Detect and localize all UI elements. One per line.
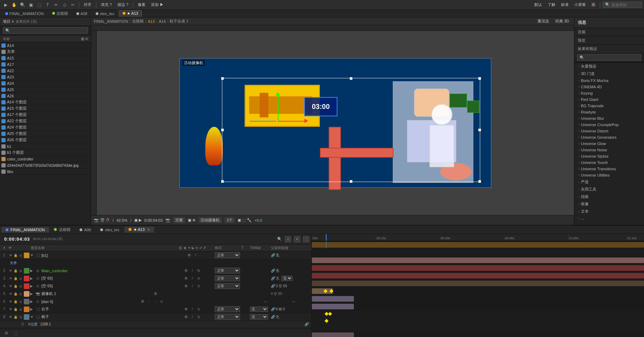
project-item-a24[interactable]: A24 [0, 80, 91, 87]
effect-universe-generators[interactable]: › Universe Generators [574, 134, 644, 140]
tl-layer-7[interactable]: 7 👁 🔒 ◎ ▶ ⬚ 右手 单 / ⊙ [0, 305, 311, 313]
rerender-btn[interactable]: 重渲染 [535, 18, 551, 25]
layer6-sw1[interactable]: 单 [140, 299, 145, 304]
tool-camera-rot[interactable]: ⬚ [36, 1, 43, 8]
layer1-expand[interactable]: ▼ [30, 253, 35, 257]
layer3-parent-select[interactable]: 无 [281, 276, 293, 281]
view3d-select[interactable]: 1个 [225, 217, 235, 223]
layer7-mode[interactable]: 正常 [213, 306, 241, 312]
effect-red-giant[interactable]: › Red Giant [574, 96, 644, 103]
effect-keying[interactable]: › Keying [574, 90, 644, 96]
effect-utility[interactable]: › 实用工具 [574, 186, 644, 193]
project-item-a23[interactable]: A23 [0, 74, 91, 80]
layer8-sw2[interactable]: / [190, 314, 195, 320]
tool-rect[interactable]: ▣ [27, 1, 34, 8]
layer7-vis[interactable]: 👁 [8, 307, 13, 311]
layer1-vis[interactable]: 👁 [8, 253, 13, 257]
breadcrumb-a13[interactable]: A13 [148, 19, 155, 23]
tl-layer-3[interactable]: 3 👁 🔒 ◎ ▶ □ [空 65] 单 / ⊙ [0, 275, 311, 282]
layer5-sw1[interactable]: 单 [153, 291, 158, 297]
layer4-name[interactable]: [空 65] [41, 283, 171, 289]
layer4-shy[interactable]: ◎ [18, 284, 23, 288]
layer7-name[interactable]: 右手 [41, 307, 171, 312]
kf-prop-y-1[interactable] [324, 319, 328, 323]
tl-layer-5[interactable]: 5 👁 🔒 ◎ ▶ 📷 摄像机 1 单 4 空 65 [0, 290, 311, 298]
layer7-shy[interactable]: ◎ [18, 307, 23, 311]
exposure-value[interactable]: +0.0 [254, 218, 262, 222]
layer2-vis[interactable]: 👁 [8, 268, 13, 273]
layer8-shy[interactable]: ◎ [18, 315, 23, 319]
layer5-vis[interactable]: 👁 [8, 291, 13, 296]
effects-section-title[interactable]: 效果和预设 [574, 45, 644, 53]
tl-search-icon[interactable]: 🔍 [277, 237, 282, 241]
layer6-expand[interactable]: ▶ [30, 300, 35, 303]
tl-settings-btn[interactable]: ⋮ [303, 236, 309, 242]
camera-select[interactable]: 活动摄像机 [198, 217, 222, 223]
track-row-5[interactable] [312, 280, 644, 287]
fill-btn[interactable]: 填充 ? [99, 1, 114, 8]
small-screen-btn[interactable]: 小屏幕 [572, 1, 588, 8]
track-row-1[interactable] [312, 241, 644, 249]
project-item-a22-sub[interactable]: A22 个图层 [0, 118, 91, 124]
tool-zoom[interactable]: 🔍 [19, 1, 26, 8]
layer8-lock[interactable]: 🔒 [13, 315, 18, 319]
effect-universe-glow[interactable]: › Universe Glow [574, 140, 644, 147]
breadcrumb-particle[interactable]: 粒子合成 1 [170, 19, 188, 24]
layer3-lock[interactable]: 🔒 [13, 276, 18, 281]
project-item-a15-sub[interactable]: A15 个图层 [0, 105, 91, 112]
layer1-sw1[interactable]: 单 [186, 253, 192, 258]
tl-add-btn[interactable]: + [294, 236, 300, 242]
learn-btn[interactable]: 了解 [546, 1, 557, 8]
timeline-tab-a13[interactable]: ★ A13 ✕ [124, 227, 154, 233]
draw-btn[interactable]: 画 [589, 1, 597, 8]
project-item-8bx[interactable]: 8bx [0, 168, 91, 175]
add-btn[interactable]: 添加 ▶ [149, 1, 166, 8]
layer2-shy[interactable]: ◎ [18, 268, 23, 273]
audio-section-title[interactable]: 音频 [574, 28, 644, 36]
project-item-a24-sub[interactable]: A24 个图层 [0, 124, 91, 131]
tab-final-animation[interactable]: FINAL_ANIMATION [1, 11, 48, 17]
snap-btn[interactable]: 对齐 [82, 1, 94, 8]
layer3-vis[interactable]: 👁 [8, 276, 13, 281]
track-row-2[interactable] [312, 256, 644, 264]
layer7-sw3[interactable]: ⊙ [196, 307, 201, 312]
tab-a13[interactable]: ★ A13 [119, 10, 142, 17]
layer3-sw3[interactable]: ⊙ [196, 276, 201, 281]
tl-layer-8[interactable]: 8 👁 🔒 ◎ ▼ ⬚ 椅子 单 / ⊙ [0, 313, 311, 321]
track-row-3[interactable] [312, 264, 644, 272]
comp-canvas[interactable]: 活动摄像机 03:00 [179, 58, 491, 188]
tool-pen[interactable]: ✏ [53, 1, 60, 8]
standard-btn[interactable]: 标准 [559, 1, 571, 8]
layer8-name[interactable]: 椅子 [41, 314, 171, 319]
project-item-b1[interactable]: b1 [0, 143, 91, 150]
project-item-a15[interactable]: A15 [0, 55, 91, 61]
layer5-name[interactable]: 摄像机 1 [41, 291, 135, 296]
effect-vector-preset[interactable]: › 矢量预设 [574, 63, 644, 70]
effect-universe-blur[interactable]: › Universe Blur [574, 115, 644, 122]
layer7-sw2[interactable]: / [190, 307, 195, 312]
effect-universe-crumplepop[interactable]: › Universe CrumplePop [574, 122, 644, 128]
effects-search-input[interactable] [577, 54, 641, 61]
project-item-a26[interactable]: A26 [0, 93, 91, 99]
preview-section-title[interactable]: 预览 [574, 36, 644, 44]
effect-distort[interactable]: › 扭曲 [574, 193, 644, 200]
layer6-sw4[interactable]: ⊙ [159, 299, 164, 304]
breadcrumb-final[interactable]: FINAL_ANIMATION [94, 19, 128, 23]
kf-prop-x-2[interactable] [328, 312, 332, 316]
tl-solo-btn[interactable]: ☆ [285, 236, 291, 242]
project-item-a25[interactable]: A25 [0, 87, 91, 93]
layer3-shy[interactable]: ◎ [18, 276, 23, 281]
playhead[interactable] [326, 234, 327, 241]
layer6-sw2[interactable]: - [146, 299, 152, 304]
layer3-mode[interactable]: 正常 [213, 275, 241, 281]
timeline-tab-final[interactable]: FINAL_ANIMATION [1, 227, 49, 233]
layer5-shy[interactable]: ◎ [18, 291, 23, 296]
effect-universe-utilities[interactable]: › Universe Utilities [574, 172, 644, 178]
prop-x-value[interactable]: 1288.1 [40, 322, 51, 326]
tool-text[interactable]: T [44, 1, 51, 8]
layer4-sw1[interactable]: 单 [183, 283, 189, 289]
search-input[interactable] [611, 3, 639, 7]
project-item-b1-sub[interactable]: b1 个图层 [0, 150, 91, 156]
layer4-sw2[interactable]: / [190, 283, 195, 289]
current-time-display[interactable]: 0:00:04:03 [144, 218, 163, 222]
